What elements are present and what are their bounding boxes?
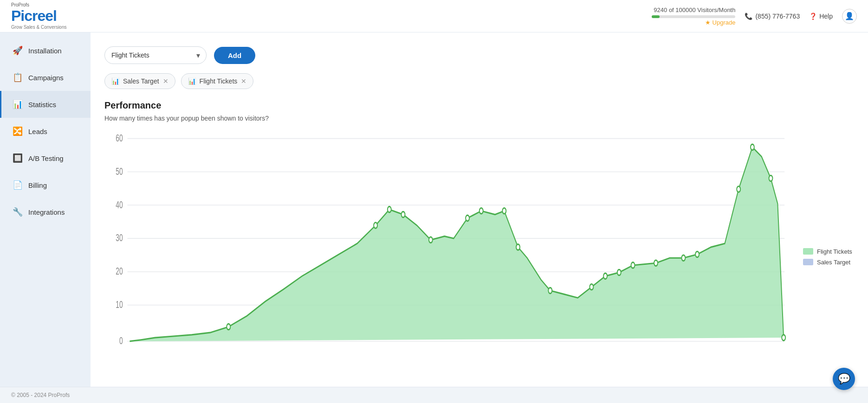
sidebar-item-leads[interactable]: 🔀 Leads [0, 118, 91, 145]
legend-color-flight-tickets [803, 248, 813, 255]
legend-item-sales-target: Sales Target [803, 259, 854, 266]
performance-title: Performance [104, 100, 854, 111]
help-icon: ❓ [809, 13, 817, 20]
legend-label-flight-tickets: Flight Tickets [817, 248, 852, 255]
add-button[interactable]: Add [214, 47, 255, 64]
proprofs-label: ProProfs [11, 2, 67, 7]
phone-section: 📞 (855) 776-7763 [745, 13, 800, 20]
tag-sales-target-close[interactable]: ✕ [163, 77, 168, 85]
copyright: © 2005 - 2024 ProProfs [11, 392, 70, 398]
visitors-text: 9240 of 100000 Visitors/Month [654, 6, 735, 13]
datapoint [429, 237, 433, 243]
datapoint [516, 244, 520, 250]
phone-number: (855) 776-7763 [755, 13, 800, 20]
sidebar-label-integrations: Integrations [28, 208, 65, 216]
svg-text:60: 60 [116, 132, 123, 144]
chat-button[interactable]: 💬 [833, 368, 855, 390]
svg-text:10: 10 [116, 299, 123, 310]
chart-svg-area: 60 50 40 30 20 10 0 [104, 131, 794, 377]
tag-sales-target-label: Sales Target [123, 77, 159, 85]
svg-text:40: 40 [116, 198, 123, 210]
svg-text:0: 0 [119, 335, 123, 346]
sidebar-label-campaigns: Campaigns [28, 74, 64, 82]
user-avatar[interactable]: 👤 [842, 9, 857, 24]
sidebar-label-statistics: Statistics [28, 101, 56, 109]
sidebar: 🚀 Installation 📋 Campaigns 📊 Statistics … [0, 32, 91, 387]
user-icon: 👤 [845, 12, 854, 20]
tag-flight-tickets-close[interactable]: ✕ [241, 77, 246, 85]
sales-target-chart-icon: 📊 [111, 77, 119, 85]
flight-tickets-chart-icon: 📊 [188, 77, 196, 85]
help-label: Help [819, 13, 833, 20]
sidebar-label-billing: Billing [28, 181, 47, 189]
chart-legend: Flight Tickets Sales Target [794, 131, 854, 377]
legend-color-sales-target [803, 259, 813, 265]
body-layout: 🚀 Installation 📋 Campaigns 📊 Statistics … [0, 32, 868, 387]
sidebar-label-ab-testing: A/B Testing [28, 154, 64, 162]
datapoint [695, 251, 699, 257]
visitors-bar-bg [652, 15, 735, 18]
datapoint [631, 262, 635, 268]
datapoint [502, 208, 506, 214]
visitors-bar-fill [652, 15, 660, 18]
datapoint [589, 284, 593, 290]
sidebar-item-billing[interactable]: 📄 Billing [0, 172, 91, 198]
visitors-section: 9240 of 100000 Visitors/Month ★ Upgrade [652, 6, 735, 26]
tag-sales-target: 📊 Sales Target ✕ [104, 73, 175, 89]
datapoint [737, 186, 740, 192]
sidebar-item-statistics[interactable]: 📊 Statistics [0, 91, 91, 118]
tags-row: 📊 Sales Target ✕ 📊 Flight Tickets ✕ [104, 73, 854, 89]
logo-picreel: Picreel [11, 7, 67, 25]
sidebar-item-integrations[interactable]: 🔧 Integrations [0, 198, 91, 225]
help-link[interactable]: ❓ Help [809, 13, 833, 20]
campaign-select[interactable]: Flight Tickets Sales Target [104, 46, 207, 64]
datapoint [374, 223, 377, 228]
svg-text:20: 20 [116, 265, 123, 277]
datapoint [479, 208, 483, 214]
campaigns-icon: 📋 [13, 72, 23, 83]
performance-subtitle: How many times has your popup been shown… [104, 115, 854, 122]
integrations-icon: 🔧 [13, 207, 23, 217]
installation-icon: 🚀 [13, 45, 23, 56]
datapoint [466, 215, 469, 221]
sidebar-item-campaigns[interactable]: 📋 Campaigns [0, 64, 91, 91]
main-content: Flight Tickets Sales Target Add 📊 Sales … [91, 32, 868, 387]
tag-flight-tickets-label: Flight Tickets [200, 77, 238, 85]
datapoint [227, 324, 230, 329]
sidebar-label-installation: Installation [28, 47, 62, 55]
chart-svg: 60 50 40 30 20 10 0 [104, 131, 794, 377]
statistics-icon: 📊 [13, 99, 23, 109]
ab-testing-icon: 🔲 [13, 153, 23, 163]
header: ProProfs Picreel Grow Sales & Conversion… [0, 0, 868, 32]
datapoint [603, 273, 607, 279]
datapoint [617, 269, 621, 275]
star-icon: ★ [705, 19, 711, 26]
datapoint [402, 211, 405, 217]
phone-icon: 📞 [745, 13, 752, 20]
datapoint [782, 335, 785, 340]
campaign-select-wrapper: Flight Tickets Sales Target [104, 46, 207, 64]
svg-text:30: 30 [116, 232, 123, 243]
datapoint [388, 206, 391, 212]
svg-text:50: 50 [116, 165, 123, 177]
chat-icon: 💬 [838, 373, 850, 385]
chart-container: 60 50 40 30 20 10 0 [104, 131, 854, 377]
header-right: 9240 of 100000 Visitors/Month ★ Upgrade … [652, 6, 857, 26]
logo-area: ProProfs Picreel Grow Sales & Conversion… [11, 2, 67, 30]
datapoint [769, 175, 773, 181]
billing-icon: 📄 [13, 180, 23, 190]
datapoint [681, 255, 685, 261]
datapoint [654, 260, 658, 266]
legend-item-flight-tickets: Flight Tickets [803, 248, 854, 255]
toolbar: Flight Tickets Sales Target Add [104, 46, 854, 64]
sidebar-item-ab-testing[interactable]: 🔲 A/B Testing [0, 145, 91, 172]
leads-icon: 🔀 [13, 126, 23, 136]
sidebar-item-installation[interactable]: 🚀 Installation [0, 37, 91, 64]
upgrade-link[interactable]: ★ Upgrade [705, 19, 736, 26]
logo-tagline: Grow Sales & Conversions [11, 25, 67, 30]
tag-flight-tickets: 📊 Flight Tickets ✕ [181, 73, 254, 89]
legend-label-sales-target: Sales Target [817, 259, 850, 266]
chart-area-flight-tickets [130, 147, 784, 341]
datapoint [751, 144, 754, 150]
sidebar-label-leads: Leads [28, 128, 47, 135]
